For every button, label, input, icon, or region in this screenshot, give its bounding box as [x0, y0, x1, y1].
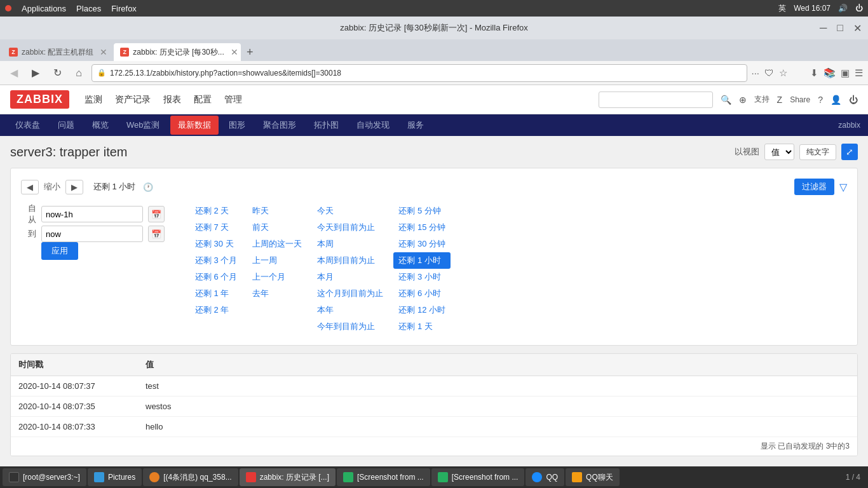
quick-thisweek[interactable]: 本周: [312, 236, 388, 252]
zabbix-logo[interactable]: ZABBIX: [10, 90, 69, 109]
taskbar-screenshot2[interactable]: [Screenshot from ...: [431, 468, 525, 486]
refresh-button[interactable]: ↻: [48, 64, 66, 82]
places-menu[interactable]: Places: [76, 4, 101, 13]
taskbar-qq-browser[interactable]: [(4条消息) qq_358...: [143, 468, 238, 486]
sub-nav-services[interactable]: 服务: [400, 116, 431, 135]
quick-today-sofar[interactable]: 今天到目前为止: [312, 219, 388, 236]
taskbar-qq[interactable]: QQ: [526, 468, 564, 486]
quick-thisyear[interactable]: 本年: [312, 302, 388, 318]
filter-prev-button[interactable]: ◀: [21, 180, 39, 194]
quick-thismonth[interactable]: 本月: [312, 269, 388, 285]
support-label[interactable]: 支持: [754, 94, 770, 105]
quick-30days[interactable]: 还剩 30 天: [190, 236, 242, 252]
tab-1[interactable]: Z zabbix: 配置主机群组 ✕: [3, 43, 114, 61]
nav-config[interactable]: 配置: [194, 92, 212, 108]
taskbar-zabbix[interactable]: zabbix: 历史记录 [...]: [240, 468, 336, 486]
filter-funnel-icon[interactable]: ▽: [839, 181, 847, 193]
quick-thisyear-sofar[interactable]: 今年到目前为止: [312, 318, 388, 335]
share-label[interactable]: Share: [790, 95, 810, 104]
maximize-button[interactable]: □: [837, 22, 843, 34]
sub-nav-discovery[interactable]: 自动发现: [349, 116, 397, 135]
support-icon[interactable]: ⊕: [739, 95, 747, 105]
home-button[interactable]: ⌂: [70, 64, 88, 82]
help-icon[interactable]: ?: [818, 95, 823, 105]
star-icon[interactable]: ☆: [779, 67, 787, 79]
quick-daybeforeyesterday[interactable]: 前天: [247, 219, 307, 236]
quick-6months[interactable]: 还剩 6 个月: [190, 269, 242, 285]
taskbar-qqchat[interactable]: QQ聊天: [566, 468, 620, 486]
nav-assets[interactable]: 资产记录: [115, 92, 151, 108]
more-options-icon[interactable]: ···: [751, 67, 759, 78]
header-search-input[interactable]: [599, 92, 713, 108]
plain-text-button[interactable]: 纯文字: [799, 144, 836, 160]
applications-menu[interactable]: Applications: [22, 4, 66, 13]
sound-icon[interactable]: 🔊: [838, 4, 848, 13]
quick-1year[interactable]: 还剩 1 年: [190, 285, 242, 302]
quick-today[interactable]: 今天: [312, 203, 388, 219]
quick-15min[interactable]: 还剩 15 分钟: [393, 219, 451, 236]
tab-2[interactable]: Z zabbix: 历史记录 [每30秒... ✕: [114, 43, 241, 61]
quick-lastmonth[interactable]: 上一个月: [247, 269, 307, 285]
menu-icon[interactable]: ☰: [855, 67, 863, 79]
taskbar-terminal[interactable]: [root@server3:~]: [3, 468, 86, 486]
quick-6hours[interactable]: 还剩 6 小时: [393, 285, 451, 302]
apply-filter-button[interactable]: 过滤器: [794, 179, 834, 195]
taskbar-qqchat-label: QQ聊天: [586, 472, 613, 483]
quick-2days[interactable]: 还剩 2 天: [190, 203, 242, 219]
filter-next-button[interactable]: ▶: [65, 180, 83, 194]
quick-1day[interactable]: 还剩 1 天: [393, 318, 451, 335]
nav-reports[interactable]: 报表: [163, 92, 181, 108]
quick-5min[interactable]: 还剩 5 分钟: [393, 203, 451, 219]
user-icon[interactable]: 👤: [831, 95, 841, 105]
minimize-button[interactable]: ─: [820, 22, 827, 34]
to-calendar-button[interactable]: 📅: [148, 226, 165, 242]
shield-icon[interactable]: 🛡: [764, 67, 774, 78]
sub-nav-latest[interactable]: 最新数据: [170, 116, 219, 135]
sub-nav-screens[interactable]: 聚合图形: [255, 116, 304, 135]
tab-1-close[interactable]: ✕: [100, 47, 107, 57]
tab-2-close[interactable]: ✕: [231, 47, 238, 57]
sub-nav-problems[interactable]: 问题: [50, 116, 82, 135]
nav-manage[interactable]: 管理: [224, 92, 242, 108]
quick-12hours[interactable]: 还剩 12 小时: [393, 302, 451, 318]
quick-thismonth-sofar[interactable]: 这个月到目前为止: [312, 285, 388, 302]
back-button[interactable]: ◀: [5, 64, 23, 82]
sub-nav-dashboard[interactable]: 仪表盘: [8, 116, 48, 135]
taskbar-screenshot1[interactable]: [Screenshot from ...: [337, 468, 430, 486]
from-input[interactable]: [41, 206, 143, 222]
close-button[interactable]: ✕: [853, 22, 862, 34]
sub-nav-overview[interactable]: 概览: [85, 116, 116, 135]
power-icon[interactable]: ⏻: [855, 4, 863, 13]
taskbar-pictures[interactable]: Pictures: [88, 468, 142, 486]
logout-icon[interactable]: ⏻: [849, 95, 858, 105]
quick-3months[interactable]: 还剩 3 个月: [190, 252, 242, 269]
quick-3hours[interactable]: 还剩 3 小时: [393, 269, 451, 285]
firefox-menu[interactable]: Firefox: [111, 4, 137, 13]
quick-7days[interactable]: 还剩 7 天: [190, 219, 242, 236]
new-tab-button[interactable]: +: [241, 43, 259, 61]
apply-button[interactable]: 应用: [41, 242, 78, 260]
library-icon[interactable]: 📚: [824, 67, 836, 79]
sub-nav-graphs[interactable]: 图形: [221, 116, 253, 135]
from-calendar-button[interactable]: 📅: [148, 206, 165, 222]
forward-button[interactable]: ▶: [27, 64, 44, 82]
sub-nav-maps[interactable]: 拓扑图: [306, 116, 346, 135]
quick-yesterday[interactable]: 昨天: [247, 203, 307, 219]
sub-nav-web[interactable]: Web监测: [119, 116, 168, 135]
share-icon[interactable]: Z: [777, 95, 783, 105]
quick-lastweek[interactable]: 上一周: [247, 252, 307, 269]
search-icon[interactable]: 🔍: [721, 95, 731, 105]
quick-30min[interactable]: 还剩 30 分钟: [393, 236, 451, 252]
quick-1hour[interactable]: 还剩 1 小时: [393, 252, 451, 269]
view-select[interactable]: 值: [764, 144, 794, 160]
nav-monitor[interactable]: 监测: [85, 92, 102, 108]
to-input[interactable]: [41, 226, 143, 242]
quick-thisweeklastweek[interactable]: 上周的这一天: [247, 236, 307, 252]
sidebar-icon[interactable]: ▣: [841, 67, 850, 79]
quick-thisweek-sofar[interactable]: 本周到目前为止: [312, 252, 388, 269]
url-bar[interactable]: 🔒 172.25.13.1/zabbix/history.php?action=…: [92, 64, 747, 82]
download-icon[interactable]: ⬇: [810, 67, 818, 79]
expand-button[interactable]: ⤢: [841, 144, 858, 160]
quick-lastyear[interactable]: 去年: [247, 285, 307, 302]
quick-2years[interactable]: 还剩 2 年: [190, 302, 242, 318]
